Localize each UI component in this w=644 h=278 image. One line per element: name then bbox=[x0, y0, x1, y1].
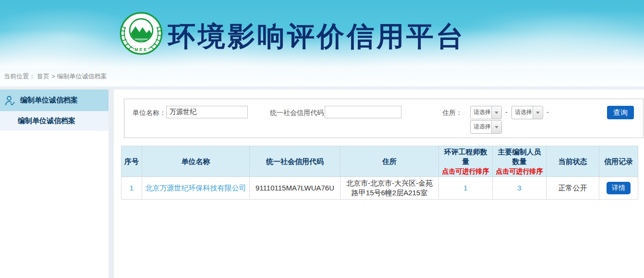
province-select[interactable]: 请选择 bbox=[470, 106, 502, 119]
sort-hint: 点击可进行排序 bbox=[441, 167, 490, 176]
cell-credit-record: 详情 bbox=[599, 177, 638, 200]
province-select-value: 请选择 bbox=[471, 106, 491, 119]
sort-hint: 点击可进行排序 bbox=[495, 167, 544, 176]
header-staff-count-sortable[interactable]: 主要编制人员数量 点击可进行排序 bbox=[493, 146, 547, 177]
results-table: 序号 单位名称 统一社会信用代码 住所 环评工程师数量 点击可进行排序 主要编制… bbox=[121, 146, 638, 200]
city-select[interactable]: 请选择 bbox=[511, 106, 543, 119]
breadcrumb: 当前位置：首页>编制单位诚信档案 bbox=[0, 68, 644, 87]
table-header-row: 序号 单位名称 统一社会信用代码 住所 环评工程师数量 点击可进行排序 主要编制… bbox=[122, 146, 638, 177]
city-select-value: 请选择 bbox=[512, 106, 533, 119]
header-credit-record: 信用记录 bbox=[599, 146, 638, 177]
header-status: 当前状态 bbox=[547, 146, 599, 177]
table-row: 1 北京万源世纪环保科技有限公司 91110115MA7LWUA76U 北京市-… bbox=[122, 177, 638, 200]
cell-credit-code: 91110115MA7LWUA76U bbox=[250, 177, 340, 200]
logo-text: MEE bbox=[134, 47, 148, 52]
district-select-arrow-button[interactable] bbox=[491, 121, 501, 133]
header-address: 住所 bbox=[340, 146, 439, 177]
chevron-down-icon bbox=[536, 112, 540, 114]
main-content: 单位名称： 统一社会信用代码： 住所： 请选择 - 请选择 - 请选择 查询 序… bbox=[114, 89, 644, 278]
sidebar-item-unit-credit-archive[interactable]: 编制单位诚信档案 bbox=[0, 89, 109, 111]
mee-logo-icon: MEE bbox=[119, 11, 163, 56]
sidebar-item-label: 编制单位诚信档案 bbox=[20, 96, 78, 105]
sidebar: 编制单位诚信档案 编制单位诚信档案 bbox=[0, 89, 109, 278]
row-seq: 1 bbox=[130, 184, 134, 192]
header-credit-code: 统一社会信用代码 bbox=[250, 146, 340, 177]
sidebar-subitem-unit-credit-archive[interactable]: 编制单位诚信档案 bbox=[0, 111, 109, 131]
unit-name-input[interactable] bbox=[166, 106, 248, 118]
cell-engineer-count: 1 bbox=[439, 177, 493, 200]
detail-button[interactable]: 详情 bbox=[607, 182, 631, 194]
search-panel: 单位名称： 统一社会信用代码： 住所： 请选择 - 请选择 - 请选择 查询 bbox=[124, 99, 644, 138]
sidebar-content-divider bbox=[109, 89, 114, 278]
cell-staff-count: 3 bbox=[493, 177, 547, 200]
header-unit-name: 单位名称 bbox=[142, 146, 250, 177]
header-engineer-count-sortable[interactable]: 环评工程师数量 点击可进行排序 bbox=[439, 146, 493, 177]
cell-seq: 1 bbox=[122, 177, 142, 200]
district-select-value: 请选择 bbox=[471, 121, 491, 133]
header-engineer-count-label: 环评工程师数量 bbox=[444, 148, 487, 165]
city-select-arrow-button[interactable] bbox=[533, 106, 543, 119]
site-title: 环境影响评价信用平台 bbox=[168, 18, 466, 55]
address-separator-2: - bbox=[547, 106, 549, 118]
district-select[interactable]: 请选择 bbox=[470, 120, 502, 134]
breadcrumb-label: 当前位置： bbox=[4, 73, 35, 80]
chevron-down-icon bbox=[495, 126, 498, 128]
address-separator-1: - bbox=[505, 106, 508, 118]
sidebar-subitem-label: 编制单位诚信档案 bbox=[18, 116, 75, 126]
unit-name-link[interactable]: 北京万源世纪环保科技有限公司 bbox=[146, 184, 246, 192]
staff-count-link[interactable]: 3 bbox=[517, 184, 521, 192]
province-select-arrow-button[interactable] bbox=[491, 106, 501, 119]
breadcrumb-separator: > bbox=[51, 73, 55, 80]
breadcrumb-home-link[interactable]: 首页 bbox=[37, 73, 49, 80]
header-seq: 序号 bbox=[122, 146, 142, 177]
chevron-down-icon bbox=[495, 112, 498, 114]
header-staff-count-label: 主要编制人员数量 bbox=[498, 148, 541, 165]
cell-address: 北京市-北京市-大兴区-金苑路甲15号6幢2层A215室 bbox=[340, 177, 439, 200]
credit-code-label: 统一社会信用代码： bbox=[270, 106, 330, 119]
cell-status: 正常公开 bbox=[547, 177, 599, 200]
unit-name-label: 单位名称： bbox=[133, 106, 166, 119]
user-check-icon bbox=[4, 95, 16, 106]
breadcrumb-current: 编制单位诚信档案 bbox=[57, 73, 107, 80]
cell-unit-name: 北京万源世纪环保科技有限公司 bbox=[142, 177, 250, 200]
credit-code-input[interactable] bbox=[325, 106, 401, 118]
query-button[interactable]: 查询 bbox=[607, 106, 634, 119]
address-label: 住所： bbox=[442, 106, 462, 119]
engineer-count-link[interactable]: 1 bbox=[463, 184, 467, 192]
sky-banner: MEE 环境影响评价信用平台 bbox=[0, 0, 644, 68]
